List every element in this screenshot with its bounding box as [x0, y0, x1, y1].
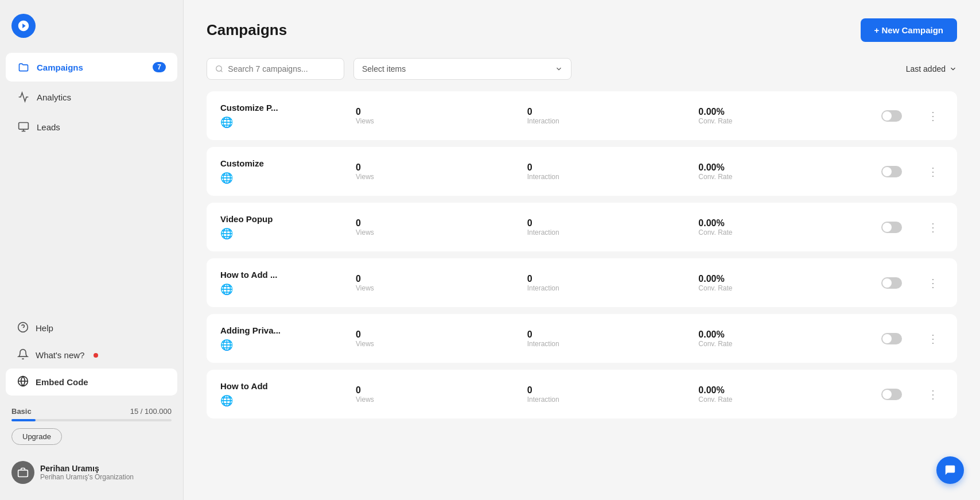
logo-icon — [17, 20, 30, 32]
interaction-label: Interaction — [527, 173, 690, 181]
campaign-card[interactable]: Video Popup 🌐 0 Views 0 Interaction 0.00… — [207, 203, 957, 251]
globe-icon: 🌐 — [220, 228, 233, 239]
interaction-value: 0 — [527, 274, 690, 284]
sidebar-item-leads[interactable]: Leads — [6, 113, 177, 141]
chat-bubble[interactable] — [936, 456, 964, 484]
plan-label: Basic — [11, 407, 32, 416]
plan-progress-fill — [11, 419, 36, 421]
interaction-label: Interaction — [527, 396, 690, 404]
toolbar: Select items Last added — [207, 58, 957, 80]
interaction-label: Interaction — [527, 340, 690, 348]
globe-icon: 🌐 — [220, 172, 233, 184]
conv-rate-label: Conv. Rate — [698, 173, 861, 181]
globe-icon: 🌐 — [220, 117, 233, 128]
campaign-name: Customize P... — [220, 103, 347, 113]
sidebar-item-help[interactable]: Help — [6, 315, 177, 342]
campaign-views: 0 Views — [356, 330, 518, 348]
whats-new-label: What's new? — [36, 350, 84, 360]
conv-rate-label: Conv. Rate — [698, 340, 861, 348]
folder-icon — [17, 61, 30, 73]
globe-icon: 🌐 — [220, 284, 233, 295]
campaign-views: 0 Views — [356, 218, 518, 237]
page-title: Campaigns — [207, 21, 287, 39]
leads-label: Leads — [37, 122, 60, 132]
user-section: Perihan Uramış Perihan Uramış's Organiza… — [0, 454, 183, 491]
conv-rate-value: 0.00% — [698, 218, 861, 228]
select-items-dropdown[interactable]: Select items — [353, 58, 571, 80]
conv-rate-value: 0.00% — [698, 107, 861, 117]
campaign-conv-rate: 0.00% Conv. Rate — [698, 107, 861, 125]
main-content: Campaigns + New Campaign Select items La… — [184, 0, 980, 500]
campaign-toggle[interactable] — [881, 110, 902, 122]
campaign-more-button[interactable]: ⋮ — [923, 107, 943, 125]
svg-rect-7 — [18, 470, 28, 477]
campaign-list: Customize P... 🌐 0 Views 0 Interaction 0… — [207, 91, 957, 425]
search-icon — [215, 64, 223, 73]
campaign-name: Customize — [220, 158, 347, 168]
campaign-more-button[interactable]: ⋮ — [923, 274, 943, 292]
campaign-views: 0 Views — [356, 107, 518, 125]
svg-rect-0 — [19, 123, 29, 130]
campaign-card[interactable]: How to Add ... 🌐 0 Views 0 Interaction 0… — [207, 258, 957, 307]
campaign-toggle[interactable] — [881, 222, 902, 233]
campaign-card[interactable]: Adding Priva... 🌐 0 Views 0 Interaction … — [207, 314, 957, 363]
views-label: Views — [356, 396, 518, 404]
campaign-info: Adding Priva... 🌐 — [220, 325, 347, 351]
campaign-toggle[interactable] — [881, 333, 902, 344]
analytics-icon — [17, 91, 30, 103]
campaign-interaction: 0 Interaction — [527, 107, 690, 125]
views-value: 0 — [356, 162, 518, 173]
sidebar-nav: Campaigns 7 Analytics Leads — [0, 52, 183, 310]
sort-label: Last added — [906, 64, 946, 73]
campaign-card[interactable]: Customize 🌐 0 Views 0 Interaction 0.00% … — [207, 147, 957, 196]
campaign-name: How to Add — [220, 381, 347, 391]
campaign-info: Customize 🌐 — [220, 158, 347, 184]
campaign-more-button[interactable]: ⋮ — [923, 330, 943, 348]
campaign-interaction: 0 Interaction — [527, 385, 690, 404]
conv-rate-value: 0.00% — [698, 162, 861, 173]
sidebar-item-whats-new[interactable]: What's new? — [6, 342, 177, 369]
campaigns-label: Campaigns — [37, 63, 83, 72]
leads-icon — [17, 121, 30, 133]
chevron-down-icon — [555, 65, 563, 73]
interaction-label: Interaction — [527, 284, 690, 292]
campaign-more-button[interactable]: ⋮ — [923, 162, 943, 181]
search-box[interactable] — [207, 58, 344, 80]
campaigns-badge: 7 — [153, 62, 166, 72]
bell-icon — [17, 348, 29, 362]
plan-progress-bar — [11, 419, 172, 421]
embed-icon — [17, 375, 29, 389]
analytics-label: Analytics — [37, 92, 71, 102]
user-org: Perihan Uramış's Organization — [40, 473, 134, 481]
conv-rate-value: 0.00% — [698, 330, 861, 340]
new-campaign-button[interactable]: + New Campaign — [861, 18, 957, 42]
campaign-views: 0 Views — [356, 274, 518, 292]
interaction-label: Interaction — [527, 117, 690, 125]
conv-rate-label: Conv. Rate — [698, 117, 861, 125]
campaign-toggle[interactable] — [881, 166, 902, 177]
sidebar-item-analytics[interactable]: Analytics — [6, 83, 177, 111]
conv-rate-value: 0.00% — [698, 385, 861, 396]
conv-rate-label: Conv. Rate — [698, 284, 861, 292]
campaign-card[interactable]: Customize P... 🌐 0 Views 0 Interaction 0… — [207, 91, 957, 140]
search-input[interactable] — [228, 64, 336, 73]
campaign-info: Customize P... 🌐 — [220, 103, 347, 129]
campaign-interaction: 0 Interaction — [527, 274, 690, 292]
upgrade-button[interactable]: Upgrade — [11, 428, 62, 445]
campaign-toggle[interactable] — [881, 389, 902, 400]
campaign-toggle[interactable] — [881, 277, 902, 289]
campaign-conv-rate: 0.00% Conv. Rate — [698, 218, 861, 237]
campaign-more-button[interactable]: ⋮ — [923, 218, 943, 237]
views-value: 0 — [356, 385, 518, 396]
campaign-card[interactable]: How to Add 🌐 0 Views 0 Interaction 0.00%… — [207, 370, 957, 418]
sidebar-item-campaigns[interactable]: Campaigns 7 — [6, 53, 177, 82]
help-label: Help — [36, 323, 53, 333]
campaign-interaction: 0 Interaction — [527, 218, 690, 237]
sort-button[interactable]: Last added — [906, 64, 957, 73]
plan-section: Basic 15 / 100.000 Upgrade — [0, 400, 183, 452]
campaign-interaction: 0 Interaction — [527, 162, 690, 181]
campaign-info: How to Add ... 🌐 — [220, 270, 347, 296]
views-value: 0 — [356, 274, 518, 284]
sidebar-item-embed-code[interactable]: Embed Code — [6, 369, 177, 396]
campaign-more-button[interactable]: ⋮ — [923, 385, 943, 404]
